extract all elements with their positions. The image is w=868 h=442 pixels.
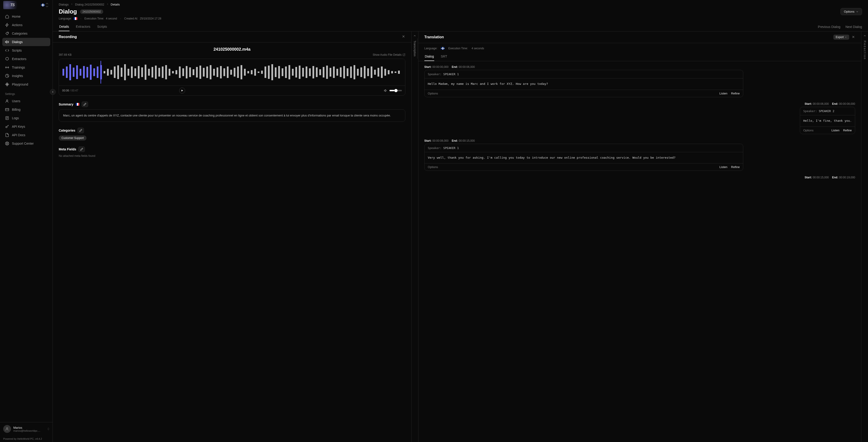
svg-rect-54: [206, 66, 208, 78]
redaction-label[interactable]: R e d a c t i o n: [862, 38, 867, 62]
segment-refine-button[interactable]: Refine: [731, 165, 740, 169]
meta-fields-label: Meta Fields: [59, 147, 76, 151]
svg-rect-38: [152, 67, 153, 77]
tab-details[interactable]: Details: [59, 23, 69, 31]
sidebar-item-trainings[interactable]: Trainings: [2, 63, 50, 71]
segment-options-button[interactable]: Options: [428, 92, 438, 95]
tab-extractors[interactable]: Extractors: [75, 23, 91, 31]
collapse-translation-button[interactable]: [862, 33, 867, 38]
svg-rect-63: [237, 66, 239, 78]
sidebar-item-scripts[interactable]: Scripts: [2, 46, 50, 55]
recording-header: Recording: [53, 31, 411, 42]
sidebar-item-home[interactable]: Home: [2, 12, 50, 21]
tab-dialog[interactable]: Dialog: [424, 52, 434, 61]
svg-point-8: [6, 126, 7, 128]
chevron-down-icon: [856, 10, 859, 13]
sidebar-item-api-keys[interactable]: API Keys: [2, 123, 50, 131]
sidebar: TS Home Actions Categories Dialogs: [0, 0, 53, 442]
segment-options-button[interactable]: Options: [428, 165, 438, 169]
breadcrumb-item[interactable]: Dialog 241025000002: [75, 3, 104, 6]
close-icon[interactable]: [402, 35, 405, 39]
sidebar-item-billing[interactable]: Billing: [2, 105, 50, 114]
expand-transcription-button[interactable]: [412, 33, 417, 38]
svg-point-5: [6, 100, 8, 101]
right-rail: R e d a c t i o n: [861, 31, 868, 442]
edit-meta-fields-button[interactable]: [79, 146, 85, 152]
svg-rect-51: [196, 67, 198, 77]
sidebar-item-logs[interactable]: Logs: [2, 114, 50, 122]
svg-rect-49: [189, 67, 191, 77]
svg-rect-104: [378, 68, 379, 76]
svg-rect-106: [384, 69, 386, 76]
pencil-icon: [80, 148, 83, 151]
summary-label: Summary: [59, 102, 73, 106]
svg-rect-83: [306, 66, 307, 78]
svg-rect-77: [285, 66, 287, 78]
svg-rect-100: [364, 66, 365, 78]
flag-fr-icon: [76, 103, 80, 106]
svg-rect-18: [83, 66, 85, 78]
transcription-label[interactable]: Transcription: [412, 38, 417, 59]
previous-dialog-link[interactable]: Previous Dialog: [818, 25, 840, 29]
svg-rect-90: [330, 68, 331, 76]
svg-rect-108: [391, 71, 393, 73]
translation-meta: Language: Execution Time: 4 seconds: [418, 43, 861, 50]
chevron-up-down-icon: [45, 2, 49, 8]
sound-icon: [5, 40, 9, 44]
volume-slider[interactable]: [390, 90, 402, 91]
segment-refine-button[interactable]: Refine: [843, 129, 852, 132]
sidebar-item-label: Trainings: [12, 66, 25, 69]
category-tag[interactable]: Customer Support: [59, 135, 87, 140]
sidebar-item-users[interactable]: Users: [2, 97, 50, 105]
user-area[interactable]: Marios marios@helloworldpc....: [0, 422, 53, 436]
svg-rect-14: [69, 64, 71, 80]
svg-rect-92: [337, 69, 338, 76]
sidebar-item-support[interactable]: Support Center: [2, 139, 50, 148]
segment-listen-button[interactable]: Listen: [719, 165, 727, 169]
sidebar-item-extractors[interactable]: Extractors: [2, 55, 50, 63]
close-icon[interactable]: [851, 35, 855, 39]
segment-listen-button[interactable]: Listen: [719, 92, 727, 95]
sidebar-item-playground[interactable]: Playground: [2, 80, 50, 89]
sidebar-item-label: Home: [12, 15, 21, 18]
locale-select[interactable]: [40, 1, 49, 9]
export-button[interactable]: Export: [833, 35, 849, 40]
sidebar-item-api-docs[interactable]: API Docs: [2, 131, 50, 139]
tab-srt[interactable]: SRT: [440, 52, 447, 61]
segment-refine-button[interactable]: Refine: [731, 92, 740, 95]
sidebar-item-dialogs[interactable]: Dialogs: [2, 38, 50, 46]
show-audio-details-link[interactable]: Show Audio File Details: [373, 53, 405, 57]
segment: Start:00:00:06,000 End:00:00:08,000 Spea…: [424, 102, 855, 134]
volume-control[interactable]: [384, 89, 402, 92]
next-dialog-link[interactable]: Next Dialog: [845, 25, 862, 29]
sidebar-collapse-button[interactable]: [50, 89, 56, 95]
sidebar-item-actions[interactable]: Actions: [2, 21, 50, 29]
created-at-label: Created At:: [124, 17, 138, 20]
segment-text: Hello, I'm fine, thank you.: [800, 115, 855, 127]
sidebar-item-categories[interactable]: Categories: [2, 29, 50, 38]
svg-rect-109: [395, 71, 396, 73]
play-button[interactable]: [179, 88, 185, 94]
edit-summary-button[interactable]: [82, 102, 88, 107]
breadcrumb: Dialogs Dialog 241025000002 Details: [53, 0, 868, 7]
playhead[interactable]: [100, 61, 101, 84]
svg-rect-52: [199, 66, 201, 79]
segment-options-button[interactable]: Options: [803, 129, 814, 132]
flag-fr-icon: [74, 17, 77, 20]
sidebar-item-insights[interactable]: Insights: [2, 72, 50, 80]
edit-categories-button[interactable]: [78, 128, 84, 133]
svg-rect-36: [145, 65, 146, 80]
tab-scripts[interactable]: Scripts: [97, 23, 107, 31]
breadcrumb-item[interactable]: Dialogs: [59, 3, 69, 6]
card-icon: [5, 107, 9, 112]
segment-listen-button[interactable]: Listen: [832, 129, 840, 132]
logo-area: TS: [0, 0, 53, 10]
options-button[interactable]: Options: [840, 8, 862, 15]
chevron-down-icon: [845, 36, 847, 38]
waveform-graphic: [61, 62, 403, 82]
waveform[interactable]: [59, 59, 405, 86]
sidebar-item-label: Scripts: [12, 48, 22, 52]
svg-rect-88: [323, 67, 324, 77]
svg-rect-89: [326, 66, 328, 79]
svg-rect-35: [141, 67, 143, 77]
